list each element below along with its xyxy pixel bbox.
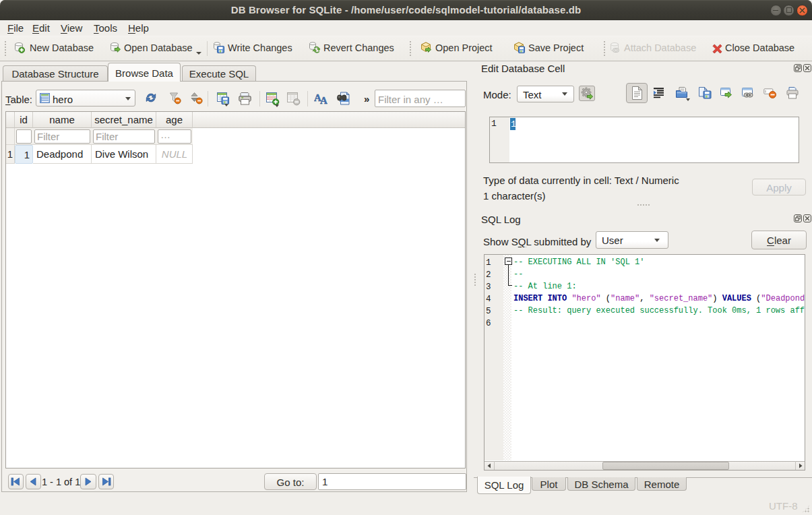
svg-text:A: A [320, 95, 327, 104]
